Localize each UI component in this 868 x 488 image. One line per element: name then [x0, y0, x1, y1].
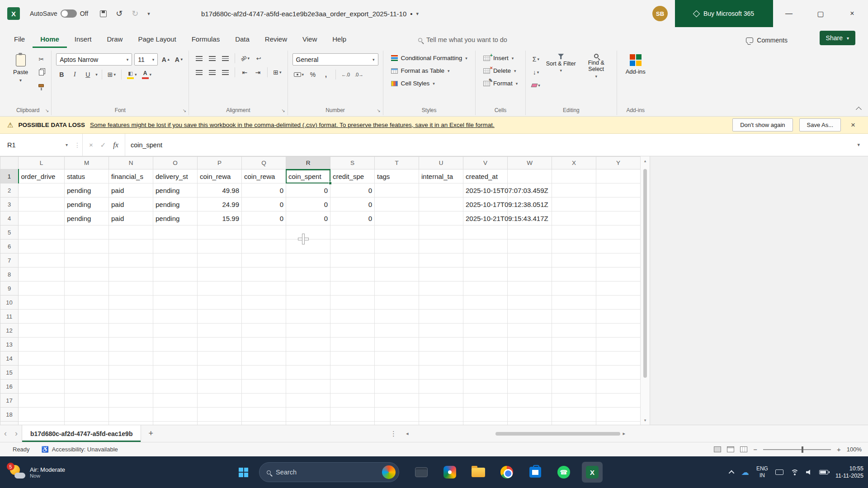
taskbar-search-box[interactable]: Search	[259, 462, 399, 482]
cell-W19[interactable]	[508, 422, 552, 425]
cell-U14[interactable]	[419, 352, 463, 366]
cancel-entry-icon[interactable]: ×	[89, 141, 93, 149]
share-button[interactable]: Share ▾	[820, 31, 855, 45]
cell-P1[interactable]: coin_rewa	[198, 169, 242, 183]
cell-R13[interactable]	[286, 338, 330, 352]
row-header-18[interactable]: 18	[0, 408, 19, 422]
conditional-formatting-button[interactable]: Conditional Formatting ▾	[388, 52, 471, 64]
excel-icon[interactable]: X	[582, 462, 603, 483]
cell-M19[interactable]	[65, 422, 109, 425]
cell-U6[interactable]	[419, 239, 463, 253]
cell-P12[interactable]	[198, 324, 242, 338]
cell-N6[interactable]	[109, 239, 153, 253]
cell-X12[interactable]	[552, 324, 596, 338]
zoom-slider[interactable]	[763, 449, 831, 450]
row-header-4[interactable]: 4	[0, 211, 19, 225]
cell-V15[interactable]	[463, 366, 508, 380]
confirm-entry-icon[interactable]: ✓	[100, 141, 106, 149]
underline-button[interactable]: U	[82, 70, 93, 80]
store-icon[interactable]	[525, 462, 546, 483]
cell-Y14[interactable]	[596, 352, 641, 366]
cell-Q18[interactable]	[242, 408, 286, 422]
cell-Q16[interactable]	[242, 380, 286, 394]
cell-R5[interactable]	[286, 225, 330, 239]
wrap-text-button[interactable]: ↩	[253, 53, 264, 63]
cell-R3[interactable]: 0	[286, 197, 330, 211]
cell-X16[interactable]	[552, 380, 596, 394]
cell-R11[interactable]	[286, 310, 330, 324]
cell-M18[interactable]	[65, 408, 109, 422]
restore-button[interactable]: ▢	[805, 0, 836, 27]
cell-T7[interactable]	[375, 253, 419, 267]
app-window-icon[interactable]	[411, 462, 432, 483]
orientation-button[interactable]: ab▾	[239, 53, 251, 63]
cell-P14[interactable]	[198, 352, 242, 366]
cell-Q11[interactable]	[242, 310, 286, 324]
cell-T3[interactable]	[375, 197, 419, 211]
cell-L14[interactable]	[19, 352, 65, 366]
photos-icon[interactable]	[439, 462, 460, 483]
cell-S9[interactable]	[330, 282, 375, 296]
cell-O13[interactable]	[153, 338, 198, 352]
cell-U17[interactable]	[419, 394, 463, 408]
cell-X8[interactable]	[552, 267, 596, 282]
column-header-V[interactable]: V	[463, 157, 508, 169]
cell-U1[interactable]: internal_ta	[419, 169, 463, 183]
cell-M3[interactable]: pending	[65, 197, 109, 211]
column-header-S[interactable]: S	[330, 157, 375, 169]
cell-O19[interactable]	[153, 422, 198, 425]
cell-L8[interactable]	[19, 267, 65, 282]
cell-R9[interactable]	[286, 282, 330, 296]
cell-N4[interactable]: paid	[109, 211, 153, 225]
cell-R12[interactable]	[286, 324, 330, 338]
cell-X9[interactable]	[552, 282, 596, 296]
cell-U12[interactable]	[419, 324, 463, 338]
cell-S6[interactable]	[330, 239, 375, 253]
cell-S5[interactable]	[330, 225, 375, 239]
align-bottom-button[interactable]	[220, 53, 231, 63]
alignment-dialog-launcher-icon[interactable]: ↘	[281, 108, 285, 113]
cell-T17[interactable]	[375, 394, 419, 408]
cell-V10[interactable]	[463, 296, 508, 310]
cell-N8[interactable]	[109, 267, 153, 282]
cell-W1[interactable]	[508, 169, 552, 183]
column-header-M[interactable]: M	[65, 157, 109, 169]
column-header-Q[interactable]: Q	[242, 157, 286, 169]
cell-S17[interactable]	[330, 394, 375, 408]
customize-qat-chevron-icon[interactable]: ▾	[147, 11, 150, 17]
delete-cells-button[interactable]: × Delete ▾	[480, 65, 521, 76]
horizontal-scrollbar-track[interactable]	[410, 430, 621, 437]
accessibility-status[interactable]: ♿ Accessibility: Unavailable	[42, 446, 118, 453]
cell-R14[interactable]	[286, 352, 330, 366]
document-title[interactable]: b17d680c-af2d-4747-a5fd-eac1e9b2e3aa_ord…	[201, 0, 419, 27]
cell-P17[interactable]	[198, 394, 242, 408]
zoom-slider-thumb[interactable]	[802, 446, 803, 453]
horizontal-scrollbar-thumb[interactable]	[495, 432, 620, 436]
cell-W13[interactable]	[508, 338, 552, 352]
cell-X14[interactable]	[552, 352, 596, 366]
buy-microsoft-365-button[interactable]: Buy Microsoft 365	[675, 0, 773, 27]
cell-U5[interactable]	[419, 225, 463, 239]
cell-Y4[interactable]	[596, 211, 641, 225]
cell-R1[interactable]: coin_spent	[286, 169, 330, 183]
cell-Y12[interactable]	[596, 324, 641, 338]
cell-M9[interactable]	[65, 282, 109, 296]
align-center-button[interactable]	[207, 67, 217, 77]
cell-X3[interactable]	[552, 197, 596, 211]
increase-indent-button[interactable]: ⇥	[252, 67, 263, 77]
clock[interactable]: 10:55 11-11-2025	[835, 465, 863, 480]
cell-S4[interactable]: 0	[330, 211, 375, 225]
zoom-level[interactable]: 100%	[847, 446, 862, 453]
cell-N18[interactable]	[109, 408, 153, 422]
cell-V14[interactable]	[463, 352, 508, 366]
insert-cells-button[interactable]: + Insert ▾	[480, 52, 521, 64]
cell-W6[interactable]	[508, 239, 552, 253]
cell-N12[interactable]	[109, 324, 153, 338]
ribbon-tab-formulas[interactable]: Formulas	[184, 31, 228, 48]
cell-L13[interactable]	[19, 338, 65, 352]
cell-T18[interactable]	[375, 408, 419, 422]
cell-Q3[interactable]: 0	[242, 197, 286, 211]
cell-Q1[interactable]: coin_rewa	[242, 169, 286, 183]
cell-U10[interactable]	[419, 296, 463, 310]
cell-S3[interactable]: 0	[330, 197, 375, 211]
